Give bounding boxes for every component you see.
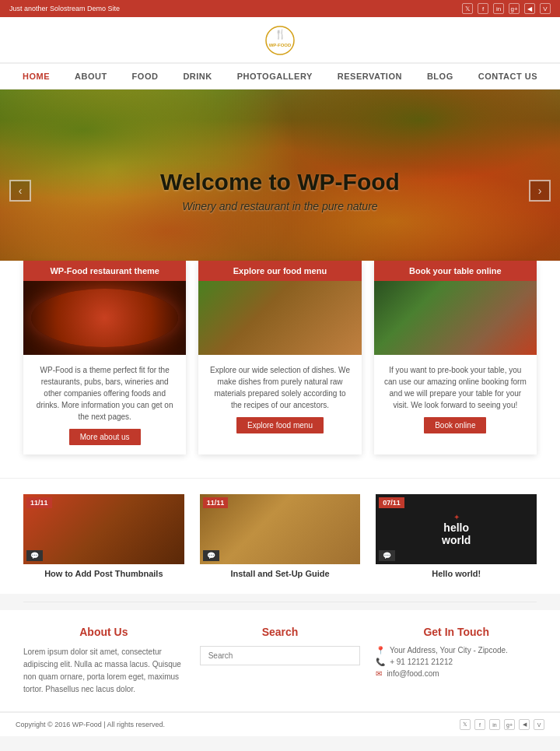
widget-search-title: Search [200, 626, 361, 638]
widget-contact: Get In Touch 📍 Your Address, Your City -… [376, 626, 537, 696]
blog-post-3-comments: 💬 [379, 550, 395, 561]
main-nav: HOME ABOUT FOOD DRINK PHOTOGALLERY RESER… [0, 63, 560, 89]
feature-card-3-button[interactable]: Book online [424, 417, 486, 433]
widget-contact-title: Get In Touch [376, 626, 537, 638]
footer-twitter-icon[interactable]: 𝕏 [460, 719, 471, 730]
footer-social-icons: 𝕏 f in g+ ◀ V [460, 719, 544, 730]
nav-home[interactable]: HOME [10, 64, 62, 89]
blog-post-1-comments: 💬 [26, 550, 43, 561]
hero-title: Welcome to WP-Food [160, 169, 400, 195]
blog-post-3: ✦ helloworld 07/11 💬 Hello world! [376, 494, 537, 578]
feature-card-2-image [198, 281, 361, 355]
facebook-icon[interactable]: f [478, 3, 488, 14]
google-plus-icon[interactable]: g+ [509, 3, 520, 14]
feature-card-2-button[interactable]: Explore food menu [236, 417, 324, 433]
footer-widgets: About Us Lorem ipsum dolor sit amet, con… [0, 610, 560, 711]
blog-post-1: 11/11 💬 How to Add Post Thumbnails [23, 494, 184, 578]
contact-address: 📍 Your Address, Your City - Zipcode. [376, 646, 537, 654]
blog-posts: 11/11 💬 How to Add Post Thumbnails 11/11… [23, 494, 537, 578]
svg-text:WP·FOOD: WP·FOOD [269, 43, 292, 47]
feature-card-2-text: Explore our wide selection of dishes. We… [210, 366, 350, 409]
footer-linkedin-icon[interactable]: in [489, 719, 500, 730]
widget-about-title: About Us [23, 626, 184, 638]
blog-post-1-image-wrap: 11/11 💬 [23, 494, 184, 564]
feature-card-3: Book your table online If you want to pr… [374, 261, 537, 454]
comment-icon: 💬 [30, 552, 39, 560]
nav-about[interactable]: ABOUT [62, 64, 120, 89]
section-divider [23, 602, 537, 602]
feature-card-2: Explore our food menu Explore our wide s… [198, 261, 361, 454]
social-icons: 𝕏 f in g+ ◀ V [462, 3, 551, 14]
blog-post-1-title[interactable]: How to Add Post Thumbnails [23, 569, 184, 578]
feature-section: WP-Food restaurant theme WP-Food is a th… [0, 261, 560, 478]
nav-blog[interactable]: BLOG [415, 64, 466, 89]
rss-icon[interactable]: ◀ [524, 3, 535, 14]
tagline: Just another Solostream Demo Site [9, 5, 120, 12]
hello-world-label: helloworld [442, 521, 471, 546]
linkedin-icon[interactable]: in [493, 3, 504, 14]
hero-content: Welcome to WP-Food Winery and restaurant… [160, 169, 400, 212]
hero-prev-arrow[interactable]: ‹ [9, 180, 31, 202]
twitter-icon[interactable]: 𝕏 [462, 3, 473, 14]
email-icon: ✉ [376, 669, 382, 678]
contact-phone: 📞 + 91 12121 21212 [376, 658, 537, 666]
footer-vimeo-icon[interactable]: V [534, 719, 544, 730]
feature-card-3-body: If you want to pre-book your table, you … [374, 355, 537, 443]
blog-post-2-comments: 💬 [203, 550, 219, 561]
footer-rss-icon[interactable]: ◀ [519, 719, 530, 730]
blog-section: 11/11 💬 How to Add Post Thumbnails 11/11… [0, 478, 560, 594]
comment-icon-2: 💬 [207, 552, 215, 560]
top-bar: Just another Solostream Demo Site 𝕏 f in… [0, 0, 560, 17]
site-footer: Copyright © 2016 WP-Food | All rights re… [0, 711, 560, 736]
footer-facebook-icon[interactable]: f [474, 719, 485, 730]
search-input[interactable] [200, 646, 361, 665]
comment-icon-3: 💬 [383, 552, 391, 560]
hello-star: ✦ [453, 513, 460, 521]
blog-post-2-title[interactable]: Install and Set-Up Guide [200, 569, 361, 578]
feature-card-3-header: Book your table online [374, 261, 537, 281]
nav-photogallery[interactable]: PHOTOGALLERY [225, 64, 325, 89]
contact-email: ✉ info@food.com [376, 669, 537, 678]
blog-post-2: 11/11 💬 Install and Set-Up Guide [200, 494, 361, 578]
feature-card-3-text: If you want to pre-book your table, you … [384, 366, 527, 409]
nav-food[interactable]: FOOD [120, 64, 171, 89]
blog-post-3-image-wrap: ✦ helloworld 07/11 💬 [376, 494, 537, 564]
feature-card-2-body: Explore our wide selection of dishes. We… [198, 355, 361, 443]
hero-next-arrow[interactable]: › [529, 180, 551, 202]
phone-icon: 📞 [376, 658, 385, 666]
feature-card-3-image [374, 281, 537, 355]
feature-card-1-header: WP-Food restaurant theme [23, 261, 186, 281]
blog-post-1-date: 11/11 [26, 497, 52, 508]
logo[interactable]: 🍴 WP·FOOD [0, 25, 560, 56]
feature-card-1-text: WP-Food is a theme perfect fit for the r… [37, 366, 173, 421]
feature-card-2-header: Explore our food menu [198, 261, 361, 281]
logo-icon: 🍴 WP·FOOD [264, 25, 296, 56]
widget-about-text: Lorem ipsum dolor sit amet, consectetur … [23, 646, 184, 696]
copyright-text: Copyright © 2016 WP-Food | All rights re… [16, 721, 165, 728]
blog-post-2-image-wrap: 11/11 💬 [200, 494, 361, 564]
nav-drink[interactable]: DRINK [170, 64, 224, 89]
vimeo-icon[interactable]: V [540, 3, 551, 14]
nav-reservation[interactable]: RESERVATION [325, 64, 415, 89]
nav-contact[interactable]: CONTACT US [466, 64, 550, 89]
svg-text:🍴: 🍴 [275, 28, 286, 40]
footer-googleplus-icon[interactable]: g+ [504, 719, 515, 730]
feature-card-1-image [23, 281, 186, 355]
blog-post-3-title[interactable]: Hello world! [376, 569, 537, 578]
widget-search: Search [200, 626, 361, 696]
widget-about: About Us Lorem ipsum dolor sit amet, con… [23, 626, 184, 696]
feature-card-1-button[interactable]: More about us [69, 429, 141, 445]
site-header: 🍴 WP·FOOD [0, 17, 560, 63]
blog-post-3-date: 07/11 [379, 497, 404, 508]
location-icon: 📍 [376, 646, 385, 654]
hero-subtitle: Winery and restaurant in the pure nature [160, 200, 400, 212]
feature-card-1: WP-Food restaurant theme WP-Food is a th… [23, 261, 186, 454]
blog-post-2-date: 11/11 [203, 497, 229, 508]
feature-card-1-body: WP-Food is a theme perfect fit for the r… [23, 355, 186, 454]
feature-cards: WP-Food restaurant theme WP-Food is a th… [23, 261, 537, 454]
